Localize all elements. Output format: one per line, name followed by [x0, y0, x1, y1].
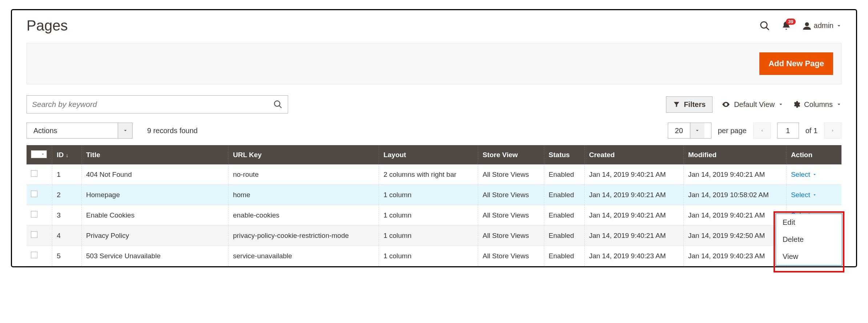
columns-button[interactable]: Columns [792, 100, 841, 109]
col-action[interactable]: Action [786, 145, 841, 164]
filters-label: Filters [684, 100, 706, 109]
row-checkbox[interactable] [31, 252, 37, 258]
cell-urlkey: enable-cookies [229, 205, 379, 226]
chevron-down-icon[interactable] [40, 151, 46, 157]
notification-bell-icon[interactable]: 39 [781, 21, 791, 31]
current-page-input[interactable]: 1 [777, 123, 799, 139]
dropdown-delete[interactable]: Delete [776, 231, 842, 248]
row-checkbox[interactable] [31, 231, 37, 238]
cell-status: Enabled [544, 226, 585, 246]
cell-created: Jan 14, 2019 9:40:21 AM [585, 164, 684, 185]
cell-storeview: All Store Views [478, 185, 544, 205]
col-checkbox[interactable] [27, 145, 52, 164]
row-checkbox[interactable] [31, 191, 37, 197]
cell-layout: 1 column [379, 185, 478, 205]
col-id[interactable]: ID↓ [52, 145, 82, 164]
total-pages-label: of 1 [806, 127, 817, 135]
cell-status: Enabled [544, 185, 585, 205]
chevron-down-icon[interactable] [118, 123, 132, 138]
row-checkbox[interactable] [31, 211, 37, 218]
col-created[interactable]: Created [585, 145, 684, 164]
table-row[interactable]: 5503 Service Unavailableservice-unavaila… [27, 246, 841, 266]
actions-label: Actions [27, 123, 118, 138]
cell-layout: 1 column [379, 226, 478, 246]
default-view-label: Default View [734, 100, 775, 109]
page-title: Pages [27, 17, 68, 34]
notification-badge: 39 [786, 19, 795, 25]
cell-storeview: All Store Views [478, 205, 544, 226]
per-page-label: per page [718, 127, 747, 135]
cell-modified: Jan 14, 2019 10:58:02 AM [684, 185, 787, 205]
row-action-select[interactable]: Select [791, 191, 817, 199]
cell-created: Jan 14, 2019 9:40:21 AM [585, 185, 684, 205]
search-submit-icon[interactable] [273, 100, 283, 109]
cell-status: Enabled [544, 246, 585, 266]
col-layout[interactable]: Layout [379, 145, 478, 164]
page-size-select[interactable]: 20 [668, 123, 711, 139]
action-dropdown-menu: Edit Delete View [776, 214, 842, 266]
table-row[interactable]: 4Privacy Policyprivacy-policy-cookie-res… [27, 226, 841, 246]
page-size-value: 20 [668, 123, 690, 138]
user-label: admin [814, 21, 833, 30]
filter-icon [673, 101, 680, 108]
add-new-page-button[interactable]: Add New Page [759, 52, 833, 75]
cell-storeview: All Store Views [478, 226, 544, 246]
col-urlkey[interactable]: URL Key [229, 145, 379, 164]
cell-id: 2 [52, 185, 82, 205]
col-status[interactable]: Status [544, 145, 585, 164]
table-row[interactable]: 3Enable Cookiesenable-cookies1 columnAll… [27, 205, 841, 226]
cell-modified: Jan 14, 2019 9:40:21 AM [684, 164, 787, 185]
cell-modified: Jan 14, 2019 9:40:21 AM [684, 205, 787, 226]
cell-storeview: All Store Views [478, 164, 544, 185]
cell-urlkey: home [229, 185, 379, 205]
cell-modified: Jan 14, 2019 9:40:23 AM [684, 246, 787, 266]
cell-created: Jan 14, 2019 9:40:21 AM [585, 226, 684, 246]
search-box[interactable] [27, 95, 288, 113]
cell-id: 1 [52, 164, 82, 185]
user-menu[interactable]: admin [802, 21, 841, 31]
col-modified[interactable]: Modified [684, 145, 787, 164]
dropdown-edit[interactable]: Edit [776, 214, 842, 231]
actions-dropdown[interactable]: Actions [27, 123, 133, 139]
filters-button[interactable]: Filters [666, 96, 712, 113]
cell-title: 503 Service Unavailable [82, 246, 229, 266]
cell-id: 4 [52, 226, 82, 246]
table-row[interactable]: 1404 Not Foundno-route2 columns with rig… [27, 164, 841, 185]
svg-line-4 [279, 105, 282, 108]
chevron-down-icon[interactable] [690, 123, 705, 138]
columns-label: Columns [804, 100, 833, 109]
search-icon[interactable] [759, 20, 770, 31]
cell-storeview: All Store Views [478, 246, 544, 266]
cell-urlkey: privacy-policy-cookie-restriction-mode [229, 226, 379, 246]
cell-urlkey: no-route [229, 164, 379, 185]
row-checkbox[interactable] [31, 170, 37, 177]
cell-layout: 1 column [379, 246, 478, 266]
svg-point-3 [274, 101, 280, 106]
row-action-select[interactable]: Select [791, 171, 817, 179]
cell-modified: Jan 14, 2019 9:42:50 AM [684, 226, 787, 246]
cell-layout: 2 columns with right bar [379, 164, 478, 185]
next-page-button[interactable] [824, 123, 841, 139]
search-input[interactable] [32, 100, 273, 109]
col-title[interactable]: Title [82, 145, 229, 164]
table-row[interactable]: 2Homepagehome1 columnAll Store ViewsEnab… [27, 185, 841, 205]
cell-status: Enabled [544, 205, 585, 226]
cell-title: Homepage [82, 185, 229, 205]
action-bar: Add New Page [27, 43, 841, 84]
pages-table: ID↓ Title URL Key Layout Store View Stat… [27, 145, 841, 266]
default-view-button[interactable]: Default View [722, 100, 783, 109]
records-found: 9 records found [147, 127, 198, 135]
sort-down-icon: ↓ [66, 152, 68, 158]
dropdown-view[interactable]: View [776, 248, 842, 265]
col-storeview[interactable]: Store View [478, 145, 544, 164]
svg-point-2 [805, 22, 809, 26]
cell-created: Jan 14, 2019 9:40:21 AM [585, 205, 684, 226]
select-all-checkbox[interactable] [32, 151, 38, 157]
gear-icon [792, 100, 800, 108]
prev-page-button[interactable] [753, 123, 771, 139]
cell-title: Privacy Policy [82, 226, 229, 246]
cell-id: 3 [52, 205, 82, 226]
cell-urlkey: service-unavailable [229, 246, 379, 266]
eye-icon [722, 100, 730, 109]
cell-title: 404 Not Found [82, 164, 229, 185]
